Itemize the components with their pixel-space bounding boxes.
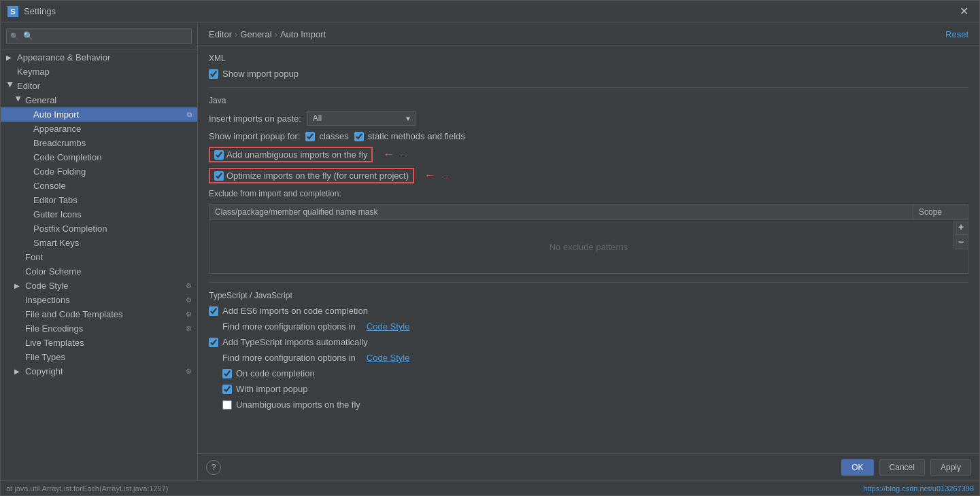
content-header: Editor › General › Auto Import Reset xyxy=(198,22,979,46)
code-style-link-2[interactable]: Code Style xyxy=(367,353,410,363)
typescript-section-label: TypeScript / JavaScript xyxy=(209,291,968,300)
add-typescript-checkbox[interactable] xyxy=(209,338,218,347)
sidebar-item-label: Code Completion xyxy=(22,152,192,162)
on-code-completion-checkbox[interactable] xyxy=(222,369,232,378)
static-methods-checkbox[interactable] xyxy=(354,132,364,141)
sidebar-item-label: Keymap xyxy=(17,67,192,77)
insert-imports-dropdown-wrap: All Ask None ▼ xyxy=(307,111,416,126)
sidebar-item-console[interactable]: Console xyxy=(1,179,197,193)
add-unambiguous-checkbox-label[interactable]: Add unambiguous imports on the fly xyxy=(209,147,373,162)
help-button[interactable]: ? xyxy=(206,460,221,475)
reset-button[interactable]: Reset xyxy=(945,29,968,39)
show-import-popup-row: Show import popup xyxy=(209,69,968,79)
sidebar-item-live-templates[interactable]: Live Templates xyxy=(1,336,197,350)
exclude-label: Exclude from import and completion: xyxy=(209,189,968,198)
add-typescript-checkbox-label[interactable]: Add TypeScript imports automatically xyxy=(209,337,368,347)
sidebar-item-file-encodings[interactable]: File Encodings ⚙ xyxy=(1,321,197,336)
show-import-popup-for-label: Show import popup for: xyxy=(209,131,300,141)
sidebar-item-label: File Types xyxy=(25,352,192,362)
table-buttons: + − xyxy=(953,219,968,249)
sidebar-item-auto-import[interactable]: Auto Import ⧉ xyxy=(1,107,197,122)
settings-icon: ⚙ xyxy=(186,282,192,289)
sidebar-item-color-scheme[interactable]: Color Scheme xyxy=(1,264,197,279)
sidebar-item-label: Code Style xyxy=(25,281,186,291)
insert-imports-row: Insert imports on paste: All Ask None ▼ xyxy=(209,111,968,126)
apply-button[interactable]: Apply xyxy=(930,459,971,476)
optimize-imports-checkbox[interactable] xyxy=(214,171,224,181)
classes-checkbox[interactable] xyxy=(305,132,315,141)
unambiguous-checkbox[interactable] xyxy=(222,400,232,410)
sidebar-item-label: Color Scheme xyxy=(25,266,192,277)
close-button[interactable]: ✕ xyxy=(956,3,973,19)
sidebar-item-general[interactable]: ▶ General xyxy=(1,93,197,107)
ok-button[interactable]: OK xyxy=(841,459,873,476)
sidebar-item-label: Font xyxy=(25,252,192,262)
search-input[interactable] xyxy=(6,28,192,44)
sidebar-item-editor-tabs[interactable]: Editor Tabs xyxy=(1,193,197,207)
settings-icon: ⚙ xyxy=(186,311,192,318)
titlebar: S Settings ✕ xyxy=(1,1,979,22)
search-box xyxy=(1,22,197,50)
settings-icon: ⚙ xyxy=(186,296,192,304)
find-more-2-row: Find more configuration options in Code … xyxy=(209,353,968,363)
content-body: XML Show import popup Java Insert import xyxy=(198,46,979,453)
settings-icon: ⚙ xyxy=(186,368,192,375)
sidebar-item-label: Console xyxy=(22,181,192,191)
on-code-completion-checkbox-label[interactable]: On code completion xyxy=(222,368,315,378)
sidebar-item-label: Appearance xyxy=(22,124,192,134)
sidebar-item-code-style[interactable]: ▶ Code Style ⚙ xyxy=(1,279,197,293)
xml-section: XML Show import popup xyxy=(209,54,968,79)
sidebar-item-code-completion[interactable]: Code Completion xyxy=(1,150,197,164)
sidebar-item-file-and-code-templates[interactable]: File and Code Templates ⚙ xyxy=(1,307,197,321)
col-scope-header: Scope xyxy=(913,205,968,219)
insert-imports-select[interactable]: All Ask None xyxy=(307,111,416,126)
find-more-1-row: Find more configuration options in Code … xyxy=(209,321,968,332)
code-style-link-1[interactable]: Code Style xyxy=(367,321,410,332)
cancel-button[interactable]: Cancel xyxy=(879,459,925,476)
statusbar-url: https://blog.csdn.net/u013267398 xyxy=(863,484,974,493)
sidebar-item-appearance-behavior[interactable]: ▶ Appearance & Behavior xyxy=(1,50,197,65)
static-methods-checkbox-label[interactable]: static methods and fields xyxy=(354,131,465,141)
add-es6-checkbox[interactable] xyxy=(209,306,218,316)
add-pattern-button[interactable]: + xyxy=(953,219,968,234)
sidebar-item-inspections[interactable]: Inspections ⚙ xyxy=(1,293,197,307)
with-import-popup-checkbox-label[interactable]: With import popup xyxy=(222,384,308,394)
sidebar-item-label: Inspections xyxy=(25,295,186,305)
add-unambiguous-checkbox[interactable] xyxy=(214,150,224,160)
show-import-popup-checkbox[interactable] xyxy=(209,69,218,79)
sidebar-item-appearance[interactable]: Appearance xyxy=(1,122,197,136)
add-es6-checkbox-label[interactable]: Add ES6 imports on code completion xyxy=(209,306,368,316)
classes-checkbox-label[interactable]: classes xyxy=(305,131,348,141)
sidebar-item-postfix-completion[interactable]: Postfix Completion xyxy=(1,222,197,236)
table-header: Class/package/member qualified name mask… xyxy=(209,204,968,219)
breadcrumb-part-general: General xyxy=(240,29,271,39)
sidebar-item-copyright[interactable]: ▶ Copyright ⚙ xyxy=(1,364,197,378)
sidebar-item-smart-keys[interactable]: Smart Keys xyxy=(1,236,197,250)
insert-imports-label: Insert imports on paste: xyxy=(209,113,301,124)
java-section-label: Java xyxy=(209,96,968,105)
statusbar: at java.util.ArrayList.forEach(ArrayList… xyxy=(1,480,979,495)
statusbar-code: at java.util.ArrayList.forEach(ArrayList… xyxy=(6,484,168,493)
expand-arrow: ▶ xyxy=(14,282,22,289)
table-body: No exclude patterns + − xyxy=(209,219,968,274)
breadcrumb-sep: › xyxy=(275,29,277,39)
show-import-popup-label[interactable]: Show import popup xyxy=(209,69,299,79)
sidebar-item-keymap[interactable]: Keymap xyxy=(1,65,197,79)
exclude-table-section: Exclude from import and completion: Clas… xyxy=(209,189,968,274)
sidebar-item-label: General xyxy=(25,95,192,105)
sidebar-item-code-folding[interactable]: Code Folding xyxy=(1,164,197,179)
with-import-popup-checkbox[interactable] xyxy=(222,385,232,394)
unambiguous-checkbox-label[interactable]: Unambiguous imports on the fly xyxy=(222,400,360,410)
sidebar-item-label: Editor Tabs xyxy=(22,195,192,205)
sidebar-item-file-types[interactable]: File Types xyxy=(1,350,197,364)
sidebar-item-gutter-icons[interactable]: Gutter Icons xyxy=(1,207,197,222)
sidebar-item-label: File and Code Templates xyxy=(25,309,186,319)
sidebar-item-font[interactable]: Font xyxy=(1,250,197,264)
sidebar-item-breadcrumbs[interactable]: Breadcrumbs xyxy=(1,136,197,150)
sidebar-item-label: Breadcrumbs xyxy=(22,138,192,148)
remove-pattern-button[interactable]: − xyxy=(953,234,968,249)
optimize-imports-checkbox-label[interactable]: Optimize imports on the fly (for current… xyxy=(209,168,414,183)
sidebar-item-editor[interactable]: ▶ Editor xyxy=(1,79,197,93)
java-section: Java Insert imports on paste: All Ask No… xyxy=(209,96,968,274)
optimize-imports-row: Optimize imports on the fly (for current… xyxy=(209,168,968,183)
